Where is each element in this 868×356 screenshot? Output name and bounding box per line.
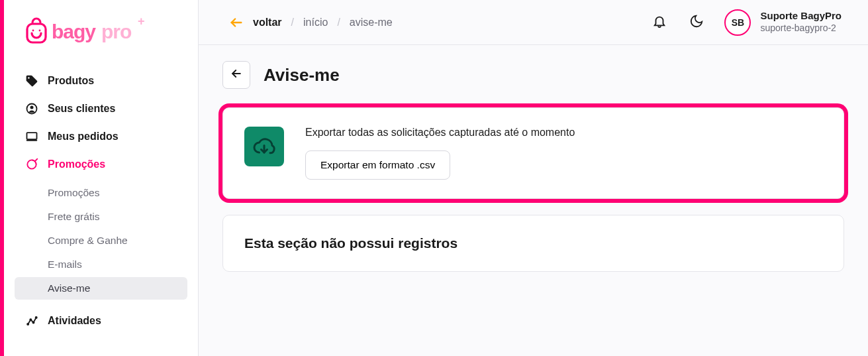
sidebar-item-pedidos[interactable]: Meus pedidos [15,123,187,150]
theme-toggle[interactable] [687,13,706,32]
sidebar-subitem-frete-gratis[interactable]: Frete grátis [15,206,187,228]
breadcrumb-separator: / [291,17,294,29]
svg-point-2 [39,30,41,32]
sidebar-item-label: Promoções [48,158,105,170]
arrow-left-icon [229,15,244,30]
svg-rect-8 [27,133,37,139]
sidebar-item-label: Seus clientes [48,103,115,115]
sidebar-nav: Produtos Seus clientes Meus pedidos Prom… [4,68,198,334]
svg-text:+: + [138,16,145,28]
export-csv-button[interactable]: Exportar em formato .csv [305,150,450,180]
breadcrumb-separator: / [337,17,340,29]
moon-icon [689,14,704,31]
svg-rect-9 [26,140,38,141]
export-card: Exportar todas as solicitações capturada… [222,107,844,199]
content: Avise-me Exportar todas as solicitações … [199,45,868,288]
sidebar-item-label: Meus pedidos [48,131,119,143]
sidebar: bagy pro + Produtos Seus clientes [4,0,199,356]
sidebar-item-clientes[interactable]: Seus clientes [15,95,187,122]
arrow-left-icon [230,67,243,83]
topbar: voltar / início / avise-me S [199,0,868,45]
topbar-actions: SB Suporte BagyPro suporte-bagypro-2 [650,9,842,36]
breadcrumb-back[interactable]: voltar [253,17,282,29]
avatar: SB [724,9,751,36]
user-name: Suporte BagyPro [760,10,842,23]
sidebar-item-produtos[interactable]: Produtos [15,68,187,94]
page-title: Avise-me [264,65,340,86]
svg-text:bagy: bagy [52,21,96,42]
sidebar-item-label: Produtos [48,75,94,87]
breadcrumb-home[interactable]: início [303,17,328,29]
page-back-button[interactable] [222,61,250,89]
user-slug: suporte-bagypro-2 [760,23,842,34]
cloud-download-icon [244,127,284,166]
laptop-icon [25,130,38,143]
svg-point-7 [30,105,34,109]
target-icon [25,158,38,171]
tag-icon [25,74,38,88]
svg-point-1 [32,30,34,32]
empty-state-message: Esta seção não possui registros [244,235,822,251]
sidebar-subitem-compre-ganhe[interactable]: Compre & Ganhe [15,229,187,252]
sidebar-subitem-emails[interactable]: E-mails [15,253,187,276]
sidebar-subitem-promocoes[interactable]: Promoções [15,182,187,204]
bell-icon [652,14,667,31]
user-circle-icon [25,102,38,115]
notifications-button[interactable] [650,13,669,32]
user-info: Suporte BagyPro suporte-bagypro-2 [760,10,842,34]
svg-text:pro: pro [101,21,132,42]
export-description: Exportar todas as solicitações capturada… [305,127,575,139]
empty-state-card: Esta seção não possui registros [222,215,844,272]
sidebar-subitem-avise-me[interactable]: Avise-me [15,277,187,300]
activity-icon [25,314,38,327]
page-header: Avise-me [222,61,844,89]
brand-logo: bagy pro + [25,16,198,52]
user-menu[interactable]: SB Suporte BagyPro suporte-bagypro-2 [724,9,842,36]
sidebar-item-promocoes[interactable]: Promoções [15,151,187,178]
svg-rect-0 [27,24,46,42]
sidebar-subnav-promocoes: Promoções Frete grátis Compre & Ganhe E-… [15,182,187,300]
sidebar-item-label: Atividades [48,315,101,327]
breadcrumb-current: avise-me [350,17,393,29]
sidebar-item-atividades[interactable]: Atividades [15,308,187,334]
breadcrumb: voltar / início / avise-me [229,15,393,30]
main: voltar / início / avise-me S [199,0,868,356]
